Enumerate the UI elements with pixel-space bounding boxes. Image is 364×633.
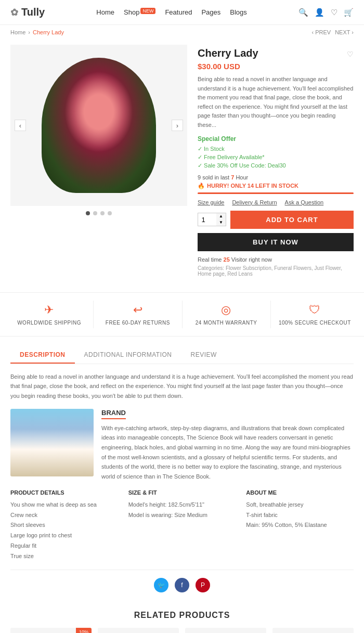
feature-checkout: 🛡 100% SECURE CHECKOUT (271, 301, 359, 328)
dot-3[interactable] (100, 211, 105, 215)
quantity-wrapper: ▲ ▼ (198, 213, 226, 226)
related-product-3[interactable]: Golden Sunrise $30.00 (185, 628, 266, 633)
size-fit-text: Model's height: 182.5cm/5'11" Model is w… (128, 500, 236, 521)
product-title: Cherry Lady (198, 47, 258, 59)
tab-description[interactable]: DESCRIPTION (10, 347, 75, 364)
warranty-icon: ◎ (221, 303, 231, 317)
main-nav: Home ShopNEW Featured Pages Blogs (96, 8, 247, 16)
wishlist-icon[interactable]: ♡ (331, 8, 337, 17)
dot-1[interactable] (86, 211, 90, 215)
breadcrumb-home[interactable]: Home (10, 29, 25, 35)
feature-3: Sale 30% Off Use Code: Deal30 (198, 162, 354, 169)
product-tabs: DESCRIPTION ADDITIONAL INFORMATION REVIE… (10, 342, 354, 364)
search-icon[interactable]: 🔍 (298, 8, 308, 17)
product-info: Cherry Lady ♡ $30.00 USD Being able to r… (198, 45, 354, 277)
qty-up[interactable]: ▲ (216, 213, 226, 219)
brand-section: BRAND With eye-catching artwork, step-by… (101, 409, 354, 482)
shipping-icon: ✈ (44, 303, 54, 317)
size-guide-link[interactable]: Size guide (198, 199, 224, 205)
nav-featured[interactable]: Featured (165, 8, 192, 16)
returns-icon: ↩ (133, 303, 143, 317)
dot-2[interactable] (93, 211, 97, 215)
special-offer: Special Offer (198, 135, 354, 143)
breadcrumb-separator: › (28, 29, 30, 35)
size-fit-col: SIZE & FIT Model's height: 182.5cm/5'11"… (128, 489, 236, 562)
urgency-text: 9 sold in last 7 Hour (198, 174, 354, 180)
feature-returns: ↩ FREE 60-DAY RETURNS (94, 301, 182, 328)
description-image-inner (10, 409, 94, 476)
nav-shop[interactable]: ShopNEW (124, 8, 155, 16)
cart-icon[interactable]: 🛒 (344, 8, 354, 17)
product-info-top: Cherry Lady ♡ $30.00 USD Being able to r… (198, 47, 354, 277)
related-product-4[interactable]: Marylin Monroe $30.00 (272, 628, 354, 633)
product-features: In Stock Free Delivery Available* Sale 3… (198, 146, 354, 169)
related-img-wrap-4 (272, 628, 354, 633)
detail-columns: PRODUCT DETAILS You show me what is deep… (10, 489, 354, 562)
question-link[interactable]: Ask a Question (285, 199, 324, 205)
related-product-1[interactable]: 10% Just Peachy $34.00 $30.00 (10, 628, 92, 633)
features-strip: ✈ WORLDWIDE SHIPPING ↩ FREE 60-DAY RETUR… (0, 292, 364, 337)
qty-cart: ▲ ▼ ADD TO CART (198, 211, 354, 229)
related-img-wrap-3 (185, 628, 266, 633)
about-me-title: ABOUT ME (246, 489, 354, 496)
product-description: Being able to read a novel in another la… (198, 75, 354, 130)
related-products-grid: 10% Just Peachy $34.00 $30.00 Lemon Meri… (10, 628, 354, 633)
qty-down[interactable]: ▼ (216, 219, 226, 226)
feature-2: Free Delivery Available* (198, 154, 354, 161)
facebook-share[interactable]: f (175, 578, 189, 592)
tab-review[interactable]: REVIEW (181, 347, 226, 364)
returns-label: FREE 60-DAY RETURNS (106, 320, 170, 326)
dot-4[interactable] (108, 211, 112, 215)
product-details-col: PRODUCT DETAILS You show me what is deep… (10, 489, 118, 562)
logo[interactable]: ✿ Tully (10, 6, 45, 18)
sale-badge-1: 10% (76, 628, 92, 633)
nav-home[interactable]: Home (96, 8, 114, 16)
delivery-link[interactable]: Delivery & Return (232, 199, 277, 205)
prev-button[interactable]: ‹ PREV (311, 29, 331, 35)
main-image-wrap: ‹ › (10, 45, 187, 206)
size-fit-title: SIZE & FIT (128, 489, 236, 496)
logo-text: Tully (21, 6, 45, 18)
tab-additional[interactable]: ADDITIONAL INFORMATION (75, 347, 181, 364)
related-product-2[interactable]: Lemon Meringue $30.00 (98, 628, 179, 633)
image-next-arrow[interactable]: › (172, 120, 183, 131)
warranty-label: 24 MONTH WARRANTY (196, 320, 257, 326)
product-details-title: PRODUCT DETAILS (10, 489, 118, 496)
brand-text: With eye-catching artwork, step-by-step … (101, 423, 354, 482)
shipping-label: WORLDWIDE SHIPPING (17, 320, 81, 326)
product-images: ‹ › (10, 45, 187, 277)
checkout-label: 100% SECURE CHECKOUT (279, 320, 351, 326)
account-icon[interactable]: 👤 (315, 8, 324, 17)
feature-1: In Stock (198, 146, 354, 152)
feature-shipping: ✈ WORLDWIDE SHIPPING (5, 301, 94, 328)
twitter-share[interactable]: 🐦 (154, 578, 168, 592)
product-main-image (42, 58, 156, 193)
description-section: Being able to read a novel in another la… (0, 364, 364, 570)
visitors-text: Real time 25 Visitor right now (198, 256, 354, 263)
nav-pages[interactable]: Pages (201, 8, 220, 16)
nav-blogs[interactable]: Blogs (230, 8, 247, 16)
related-img-wrap-2 (98, 628, 179, 633)
shop-badge: NEW (140, 8, 155, 14)
brand-title: BRAND (101, 409, 126, 419)
product-links: Size guide Delivery & Return Ask a Quest… (198, 199, 354, 205)
quantity-arrows: ▲ ▼ (216, 213, 226, 226)
buy-now-button[interactable]: BUY IT NOW (198, 233, 354, 251)
quantity-input[interactable] (198, 214, 216, 226)
image-prev-arrow[interactable]: ‹ (15, 120, 26, 131)
product-price: $30.00 USD (198, 62, 354, 71)
related-title: RELATED PRODUCTS (10, 611, 354, 620)
logo-icon: ✿ (10, 7, 18, 18)
feature-warranty: ◎ 24 MONTH WARRANTY (183, 301, 271, 328)
header-icons: 🔍 👤 ♡ 🛒 (298, 8, 354, 17)
next-button[interactable]: NEXT › (335, 29, 354, 35)
image-dots (10, 206, 187, 221)
header: ✿ Tully Home ShopNEW Featured Pages Blog… (0, 0, 364, 25)
pinterest-share[interactable]: P (196, 578, 210, 592)
about-me-col: ABOUT ME Soft, breathable jersey T-shirt… (246, 489, 354, 562)
hurry-text: 🔥HURRY! ONLY 14 LEFT IN STOCK (198, 183, 354, 189)
breadcrumb: Home › Cherry Lady ‹ PREV NEXT › (0, 25, 364, 40)
wishlist-button[interactable]: ♡ (347, 50, 354, 58)
add-to-cart-button[interactable]: ADD TO CART (230, 211, 354, 229)
description-image (10, 409, 94, 476)
